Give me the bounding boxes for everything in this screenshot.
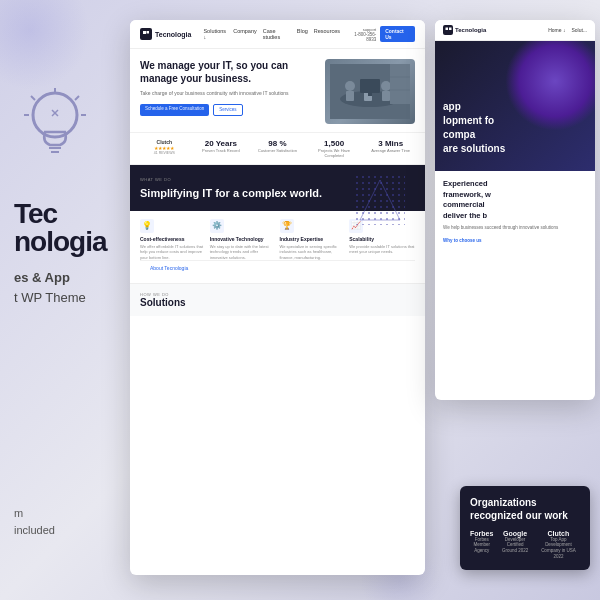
feature-scale-desc: We provide scalable IT solutions that me… (349, 244, 415, 255)
rp-navbar: Tecnologia Home ↓ Solut... (435, 20, 595, 41)
logo-icon (140, 28, 152, 40)
svg-rect-19 (382, 91, 390, 101)
brand-section: Tec nologia es & App t WP Theme (14, 200, 107, 307)
hero-subtitle: Take charge of your business continuity … (140, 90, 317, 98)
svg-rect-20 (360, 79, 380, 93)
rp-body-title: Experiencedframework, wcommercialdeliver… (443, 179, 587, 221)
hero-section: We manage your IT, so you can manage you… (130, 49, 425, 132)
svg-rect-11 (147, 31, 150, 34)
hero-img-placeholder (325, 59, 415, 124)
main-website-preview: Tecnologia Solutions ↓ Company Case stud… (130, 20, 425, 575)
rp-logo: Tecnologia (443, 25, 486, 35)
hero-title: We manage your IT, so you can manage you… (140, 59, 317, 85)
stat-clutch: Clutch ★★★★★ 41 REVIEWS (140, 139, 189, 158)
org-card-title: Organizations recognized our work (470, 496, 580, 522)
org-card: Organizations recognized our work Forbes… (460, 486, 590, 570)
svg-rect-21 (368, 93, 372, 96)
svg-rect-29 (449, 27, 452, 30)
rp-nav-home[interactable]: Home ↓ (548, 27, 565, 33)
svg-rect-22 (390, 64, 410, 104)
org-logo-clutch: Clutch Top App Development Company in US… (537, 530, 580, 560)
svg-rect-26 (355, 175, 405, 225)
tech-icon: ⚙️ (210, 219, 224, 233)
feature-industry-desc: We specialize in serving specific indust… (280, 244, 346, 261)
nav-link-blog[interactable]: Blog (297, 28, 308, 40)
right-website-preview: Tecnologia Home ↓ Solut... app lopment f… (435, 20, 595, 400)
stats-bar: Clutch ★★★★★ 41 REVIEWS 20 Years Proven … (130, 132, 425, 165)
rp-hero-text: app lopment fo compa are solutions (443, 100, 505, 156)
stat-satisfaction: 98 % Customer Satisfaction (253, 139, 302, 158)
hero-services-btn[interactable]: Services (213, 104, 242, 116)
stat-response: 3 Mins Average Answer Time (366, 139, 415, 158)
rp-nav-solutions[interactable]: Solut... (571, 27, 587, 33)
hero-content: We manage your IT, so you can manage you… (140, 59, 317, 124)
lightbulb-icon (20, 80, 90, 170)
svg-line-4 (31, 96, 35, 100)
dark-section: WHAT WE DO Simplifying IT for a complex … (130, 165, 425, 210)
svg-rect-28 (445, 27, 448, 30)
feature-tech-title: Innovative Technology (210, 236, 276, 242)
rp-nav-links: Home ↓ Solut... (548, 27, 587, 33)
feature-tech: ⚙️ Innovative Technology We stay up to d… (210, 219, 276, 261)
page-container: Tec nologia es & App t WP Theme m includ… (0, 0, 600, 600)
feature-industry-title: Industry Expertise (280, 236, 346, 242)
org-logos: Forbes Forbes Member Agency Google Devel… (470, 530, 580, 560)
brand-subtitle: es & App t WP Theme (14, 268, 107, 307)
nav-phone: support 1-800-356-8933 (346, 27, 376, 42)
feature-cost: 💡 Cost-effectiveness We offer affordable… (140, 219, 206, 261)
preview-navbar: Tecnologia Solutions ↓ Company Case stud… (130, 20, 425, 49)
bottom-label: m included (14, 505, 55, 540)
solutions-section: HOW WE DO Solutions (130, 283, 425, 316)
nav-link-case[interactable]: Case studies (263, 28, 291, 40)
feature-industry: 🏆 Industry Expertise We specialize in se… (280, 219, 346, 261)
brand-name: Tec nologia (14, 200, 107, 256)
nav-link-company[interactable]: Company (233, 28, 257, 40)
preview-logo: Tecnologia (140, 28, 191, 40)
rp-orb-decoration (505, 41, 595, 131)
cost-icon: 💡 (140, 219, 154, 233)
svg-rect-10 (143, 31, 146, 34)
rp-body: Experiencedframework, wcommercialdeliver… (435, 171, 595, 251)
nav-link-resources[interactable]: Resources (314, 28, 340, 40)
feature-cost-title: Cost-effectiveness (140, 236, 206, 242)
solutions-title: Solutions (140, 297, 415, 308)
rp-hero: app lopment fo compa are solutions (435, 41, 595, 171)
org-logo-google: Google Developer Certified Ground 2022 (499, 530, 530, 560)
stat-projects: 1,500 Projects We Have Completed (310, 139, 359, 158)
left-panel: Tec nologia es & App t WP Theme m includ… (0, 0, 130, 600)
svg-point-0 (33, 93, 77, 137)
dots-decoration (355, 175, 405, 229)
svg-point-14 (345, 81, 355, 91)
svg-line-5 (75, 96, 79, 100)
feature-cost-desc: We offer affordable IT solutions that he… (140, 244, 206, 261)
nav-link-solutions[interactable]: Solutions ↓ (203, 28, 227, 40)
nav-links: Solutions ↓ Company Case studies Blog Re… (203, 28, 340, 40)
svg-point-18 (381, 81, 391, 91)
svg-rect-15 (346, 91, 354, 101)
rp-cta-btn[interactable]: Why to choose us (443, 238, 587, 243)
feature-scale-title: Scalability (349, 236, 415, 242)
about-link[interactable]: About Tecnologia (140, 260, 415, 275)
hero-buttons: Schedule a Free Consultation Services (140, 104, 317, 116)
org-logo-forbes: Forbes Forbes Member Agency (470, 530, 493, 560)
nav-right: support 1-800-356-8933 Contact Us (346, 26, 415, 42)
contact-button[interactable]: Contact Us (380, 26, 415, 42)
hero-cta-btn[interactable]: Schedule a Free Consultation (140, 104, 209, 116)
hero-image (325, 59, 415, 124)
feature-tech-desc: We stay up to date with the latest techn… (210, 244, 276, 261)
rp-body-text: We help businesses succeed through innov… (443, 225, 587, 232)
stat-years: 20 Years Proven Track Record (197, 139, 246, 158)
industry-icon: 🏆 (280, 219, 294, 233)
rp-hero-title: app lopment fo compa are solutions (443, 100, 505, 156)
